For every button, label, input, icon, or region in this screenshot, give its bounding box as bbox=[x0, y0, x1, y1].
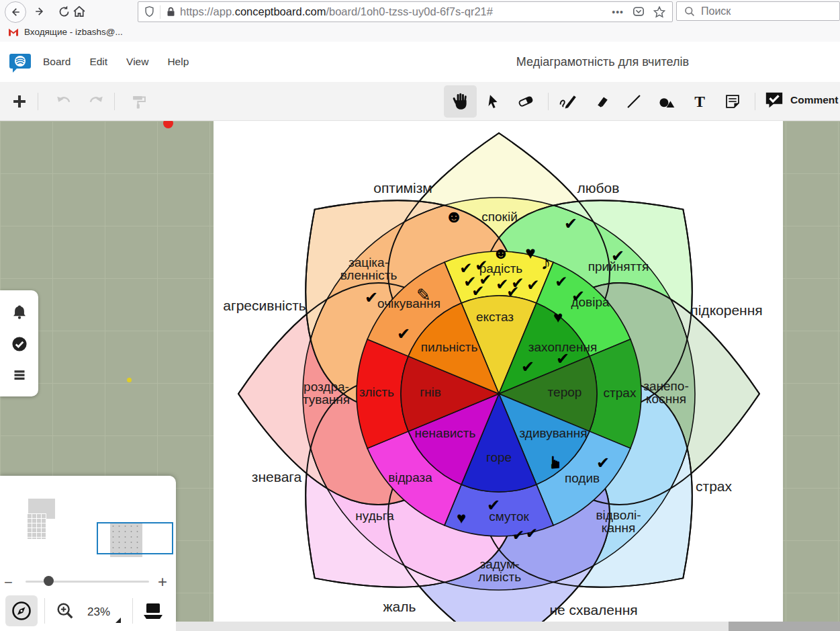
undo-button[interactable] bbox=[52, 90, 75, 113]
menu-board[interactable]: Board bbox=[43, 56, 71, 68]
horizontal-scrollbar[interactable] bbox=[176, 622, 840, 631]
yellow-marker-dot[interactable] bbox=[127, 378, 132, 382]
page-actions-icon[interactable]: ••• bbox=[612, 7, 624, 17]
board-toolbar: T Comment bbox=[0, 82, 840, 121]
menu-help[interactable]: Help bbox=[167, 56, 189, 68]
zoom-in-plus[interactable]: + bbox=[158, 573, 167, 591]
comment-label: Comment bbox=[790, 94, 838, 106]
search-placeholder: Поиск bbox=[701, 5, 731, 17]
comment-tool[interactable]: Comment bbox=[764, 90, 838, 110]
draw-tool[interactable] bbox=[557, 90, 579, 113]
add-content-button[interactable] bbox=[8, 90, 31, 113]
home-button[interactable] bbox=[69, 1, 89, 22]
forward-button[interactable] bbox=[30, 1, 50, 22]
app-header: Board Edit View Help Медіаграмотність дл… bbox=[0, 42, 840, 82]
side-widget-panel bbox=[0, 290, 38, 396]
menu-view[interactable]: View bbox=[126, 56, 148, 68]
back-button[interactable] bbox=[5, 1, 26, 23]
laptop-screenshare-icon[interactable] bbox=[141, 602, 165, 621]
zoom-out-minus[interactable]: − bbox=[4, 574, 13, 591]
emotion-wheel-image[interactable] bbox=[214, 121, 783, 622]
browser-toolbar: https://app.conceptboard.com/board/1oh0-… bbox=[0, 0, 840, 42]
hand-tool[interactable] bbox=[449, 90, 471, 113]
lock-icon bbox=[166, 6, 176, 17]
panel-divider bbox=[44, 598, 45, 624]
zoom-slider-knob[interactable] bbox=[44, 576, 54, 586]
urlbar-divider bbox=[160, 5, 160, 19]
app-menubar: Board Edit View Help bbox=[43, 42, 189, 82]
document-canvas[interactable] bbox=[214, 121, 783, 622]
url-text: https://app.conceptboard.com/board/1oh0-… bbox=[180, 5, 612, 18]
bookmark-star-icon[interactable] bbox=[653, 6, 665, 18]
gmail-icon bbox=[8, 28, 19, 36]
pocket-icon[interactable] bbox=[633, 6, 645, 17]
list-icon[interactable] bbox=[11, 367, 28, 383]
eraser-tool[interactable] bbox=[514, 90, 537, 113]
notes-tool[interactable] bbox=[721, 90, 744, 113]
highlighter-tool[interactable] bbox=[590, 90, 612, 113]
search-input[interactable]: Поиск bbox=[676, 1, 840, 21]
toolbar-divider bbox=[548, 93, 549, 110]
toolbar-divider bbox=[755, 93, 755, 110]
navigator-panel: − + 23% bbox=[0, 476, 176, 631]
zoom-dropdown-caret[interactable] bbox=[115, 618, 121, 623]
format-painter-button[interactable] bbox=[128, 90, 150, 113]
board-title[interactable]: Медіаграмотність для вчителів bbox=[430, 42, 689, 82]
zoom-percentage[interactable]: 23% bbox=[87, 605, 110, 619]
redo-button[interactable] bbox=[85, 90, 107, 113]
url-bar[interactable]: https://app.conceptboard.com/board/1oh0-… bbox=[138, 1, 673, 22]
compass-icon bbox=[11, 600, 32, 622]
conceptboard-logo-icon[interactable] bbox=[9, 53, 32, 73]
viewport-rectangle[interactable] bbox=[97, 522, 173, 554]
zoom-in-magnifier-icon[interactable] bbox=[55, 601, 75, 621]
search-icon bbox=[684, 6, 695, 17]
line-tool[interactable] bbox=[622, 90, 645, 113]
menu-edit[interactable]: Edit bbox=[89, 56, 107, 68]
toolbar-divider bbox=[38, 93, 38, 110]
bookmark-item[interactable]: Входящие - izbashs@... bbox=[24, 27, 123, 37]
text-tool[interactable]: T bbox=[688, 90, 711, 113]
shapes-tool[interactable] bbox=[655, 90, 678, 113]
tasks-check-icon[interactable] bbox=[11, 335, 28, 353]
toolbar-divider bbox=[114, 93, 115, 110]
bookmarks-bar: Входящие - izbashs@... bbox=[0, 22, 840, 41]
navigator-compass-button[interactable] bbox=[5, 595, 38, 626]
comment-bubble-icon bbox=[764, 90, 784, 110]
select-tool[interactable] bbox=[481, 90, 504, 113]
tracking-shield-icon[interactable] bbox=[144, 6, 154, 18]
board-thumbnail[interactable] bbox=[27, 513, 46, 539]
panel-divider bbox=[132, 598, 133, 624]
svg-text:T: T bbox=[694, 93, 705, 110]
notifications-bell-icon[interactable] bbox=[11, 304, 28, 321]
horizontal-scrollbar-thumb[interactable] bbox=[729, 622, 840, 631]
